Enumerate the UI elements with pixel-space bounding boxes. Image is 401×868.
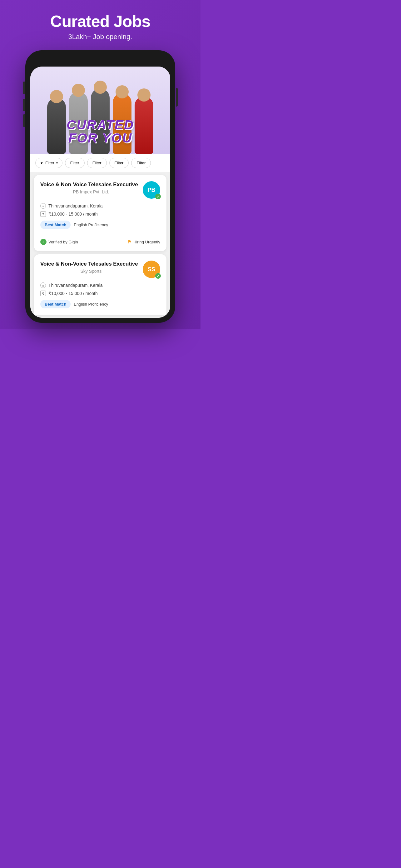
job-salary-row-1: ₹ ₹10,000 - 15,000 / month bbox=[40, 211, 160, 217]
phone-frame: CURATED FOR YOU ▼ Filter ▾ Filter Filter… bbox=[25, 50, 175, 323]
company-logo-2: SS ✓ bbox=[143, 260, 160, 278]
location-icon-2: ⌂ bbox=[40, 282, 46, 288]
card-footer-1: ✓ Verified by Gigin ⚑ Hiring Urgently bbox=[40, 234, 160, 245]
hero-title: Curated Jobs bbox=[6, 12, 194, 30]
salary-icon-2: ₹ bbox=[40, 290, 46, 296]
company-name-1: PB Impex Pvt. Ltd. bbox=[40, 189, 142, 194]
verified-gigin-label-1: ✓ Verified by Gigin bbox=[40, 239, 78, 245]
filter-button-4[interactable]: Filter bbox=[131, 158, 151, 168]
hiring-urgently-label-1: ⚑ Hiring Urgently bbox=[127, 239, 160, 245]
job-location-row-1: ⌂ Thiruvanandapuram, Kerala bbox=[40, 203, 160, 209]
screen-banner: CURATED FOR YOU bbox=[30, 67, 170, 154]
phone-wrapper: CURATED FOR YOU ▼ Filter ▾ Filter Filter… bbox=[6, 50, 194, 323]
filter-icon: ▼ bbox=[40, 161, 43, 165]
tags-row-1: Best Match English Proficiency bbox=[40, 221, 160, 229]
verified-badge-2: ✓ bbox=[155, 273, 161, 279]
job-details-1: ⌂ Thiruvanandapuram, Kerala ₹ ₹10,000 - … bbox=[40, 203, 160, 217]
hero-section: Curated Jobs 3Lakh+ Job opening. bbox=[0, 0, 201, 329]
phone-screen: CURATED FOR YOU ▼ Filter ▾ Filter Filter… bbox=[30, 67, 170, 318]
jobs-section: Voice & Non-Voice Telesales Executive PB… bbox=[30, 172, 170, 318]
job-card-1[interactable]: Voice & Non-Voice Telesales Executive PB… bbox=[34, 175, 166, 251]
chevron-down-icon: ▾ bbox=[56, 161, 58, 165]
english-proficiency-tag-1: English Proficiency bbox=[74, 221, 108, 229]
filter-main-button[interactable]: ▼ Filter ▾ bbox=[35, 158, 63, 168]
job-card-1-header: Voice & Non-Voice Telesales Executive PB… bbox=[40, 181, 160, 199]
best-match-tag-1: Best Match bbox=[40, 221, 71, 229]
salary-icon-1: ₹ bbox=[40, 211, 46, 217]
location-icon-1: ⌂ bbox=[40, 203, 46, 209]
job-card-2-title-block: Voice & Non-Voice Telesales Executive Sk… bbox=[40, 260, 142, 274]
job-card-2[interactable]: Voice & Non-Voice Telesales Executive Sk… bbox=[34, 254, 166, 315]
hero-subtitle: 3Lakh+ Job opening. bbox=[6, 33, 194, 41]
curated-text: CURATED FOR YOU bbox=[67, 118, 134, 145]
english-proficiency-tag-2: English Proficiency bbox=[74, 300, 108, 308]
company-name-2: Sky Sports bbox=[40, 269, 142, 274]
filter-bar: ▼ Filter ▾ Filter Filter Filter Filter bbox=[30, 154, 170, 172]
worker-figure-1 bbox=[47, 98, 66, 154]
company-logo-1: PB ✓ bbox=[143, 181, 160, 199]
filter-button-3[interactable]: Filter bbox=[109, 158, 129, 168]
banner-text-overlay: CURATED FOR YOU bbox=[67, 118, 134, 145]
flag-icon-1: ⚑ bbox=[127, 239, 132, 245]
job-details-2: ⌂ Thiruvanandapuram, Kerala ₹ ₹10,000 - … bbox=[40, 282, 160, 296]
filter-button-1[interactable]: Filter bbox=[65, 158, 85, 168]
phone-notch bbox=[81, 55, 119, 64]
best-match-tag-2: Best Match bbox=[40, 300, 71, 308]
tags-row-2: Best Match English Proficiency bbox=[40, 300, 160, 308]
job-card-1-title-block: Voice & Non-Voice Telesales Executive PB… bbox=[40, 181, 142, 194]
filter-button-2[interactable]: Filter bbox=[87, 158, 107, 168]
job-salary-row-2: ₹ ₹10,000 - 15,000 / month bbox=[40, 290, 160, 296]
worker-figure-5 bbox=[135, 96, 153, 154]
job-title-1: Voice & Non-Voice Telesales Executive bbox=[40, 181, 138, 188]
gigin-check-icon-1: ✓ bbox=[40, 239, 46, 245]
job-title-2: Voice & Non-Voice Telesales Executive bbox=[40, 260, 138, 268]
job-location-row-2: ⌂ Thiruvanandapuram, Kerala bbox=[40, 282, 160, 288]
job-card-2-header: Voice & Non-Voice Telesales Executive Sk… bbox=[40, 260, 160, 278]
verified-badge-1: ✓ bbox=[155, 194, 161, 199]
